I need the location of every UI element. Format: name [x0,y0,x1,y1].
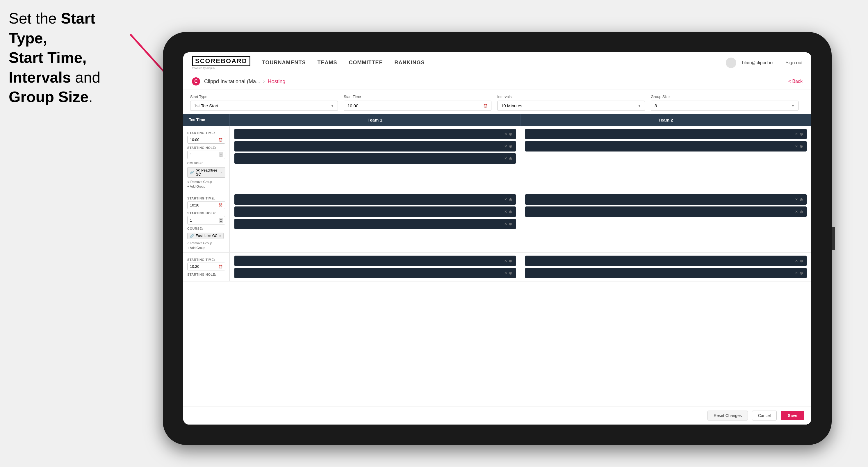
g1-t2-p2-remove[interactable]: ✕ [795,144,798,148]
g1-actions: ○ Remove Group + Add Group [187,180,225,188]
g1-add-group-btn[interactable]: + Add Group [187,185,225,188]
g2-starting-time-input[interactable]: 10:10 ⏰ [187,201,225,209]
g3-t1-p1-remove[interactable]: ✕ [504,259,507,263]
g2-hole-spinners[interactable]: ▲ ▼ [219,218,223,223]
g2-course-label: COURSE: [187,227,225,230]
group-1-left-panel: STARTING TIME: 10:00 ⏰ STARTING HOLE: 1 … [183,126,230,191]
g2-course-tag: 🔗 East Lake GC × [187,232,224,239]
g3-team1-cell: ✕ ⊕ ✕ ⊕ [230,253,521,281]
start-type-select[interactable]: 1st Tee Start ▼ [190,101,338,111]
g2-team2-player-2: ✕ ⊕ [525,207,807,217]
cancel-button[interactable]: Cancel [752,411,777,421]
sub-header: C Clippd Invitational (Ma... › Hosting <… [183,73,811,90]
g1-t1-p3-add[interactable]: ⊕ [509,156,513,161]
g1-clock-icon: ⏰ [218,138,223,142]
nav-right: blair@clippd.io | Sign out [726,58,803,68]
g2-team1-player-1: ✕ ⊕ [235,194,516,205]
g2-hole-up[interactable]: ▲ [219,218,223,220]
g1-t1-p1-remove[interactable]: ✕ [504,132,507,136]
g1-team1-player-2: ✕ ⊕ [235,141,516,152]
sign-out-link[interactable]: Sign out [785,60,803,65]
g2-starting-hole-value: 1 [190,218,192,222]
g1-team2-player-2: ✕ ⊕ [525,141,807,152]
header-tee-time: Tee Time [183,114,230,126]
hosting-breadcrumb[interactable]: Hosting [268,79,285,85]
g1-team1-player-3: ✕ ⊕ [235,153,516,164]
instruction-period: . [88,88,92,105]
tournament-breadcrumb[interactable]: Clippd Invitational (Ma... [204,79,260,85]
g3-t2-p1-remove[interactable]: ✕ [795,259,798,263]
g2-t2-p2-remove[interactable]: ✕ [795,210,798,214]
g3-starting-time-label: STARTING TIME: [187,258,225,261]
instruction-line1: Set the Start Type, [9,10,95,46]
g3-t1-p2-add[interactable]: ⊕ [509,271,513,275]
g2-starting-hole-input[interactable]: 1 ▲ ▼ [187,216,225,224]
g2-t2-p1-add[interactable]: ⊕ [800,197,803,202]
nav-committee[interactable]: COMMITTEE [349,58,383,67]
g1-t2-p1-add[interactable]: ⊕ [800,132,803,136]
g3-t2-p1-add[interactable]: ⊕ [800,258,803,263]
table-header: Tee Time Team 1 Team 2 [183,114,811,126]
g3-clock-icon: ⏰ [218,264,223,269]
g2-remove-group-btn[interactable]: ○ Remove Group [187,241,225,245]
nav-links: TOURNAMENTS TEAMS COMMITTEE RANKINGS [262,58,726,67]
g1-t1-p1-add[interactable]: ⊕ [509,132,513,136]
g1-team2-cell: ✕ ⊕ ✕ ⊕ [521,126,811,191]
intervals-select[interactable]: 10 Minutes ▼ [497,101,645,111]
g2-t1-p1-remove[interactable]: ✕ [504,197,507,201]
nav-tournaments[interactable]: TOURNAMENTS [262,58,306,67]
g2-t1-p3-remove[interactable]: ✕ [504,222,507,226]
g3-team2-player-1: ✕ ⊕ [525,256,807,266]
save-button[interactable]: Save [781,411,804,420]
instruction-bold4: Group Size [9,88,88,105]
g2-starting-time-label: STARTING TIME: [187,196,225,200]
user-avatar [726,58,736,68]
back-button[interactable]: < Back [788,79,803,84]
g3-t2-p2-add[interactable]: ⊕ [800,271,803,275]
g3-t1-p2-remove[interactable]: ✕ [504,271,507,275]
g1-t2-p2-add[interactable]: ⊕ [800,144,803,149]
g2-t1-p1-add[interactable]: ⊕ [509,197,513,202]
nav-rankings[interactable]: RANKINGS [395,58,425,67]
g1-course-tag: 🔗 (A) Peachtree GC × [187,167,225,178]
group-size-value: 3 [655,103,657,108]
g2-t1-p2-remove[interactable]: ✕ [504,210,507,214]
navbar: SCOREBOARD Powered by clipp.io TOURNAMEN… [183,52,811,73]
g3-t1-p1-add[interactable]: ⊕ [509,258,513,263]
g2-actions: ○ Remove Group + Add Group [187,241,225,249]
footer-bar: Reset Changes Cancel Save [183,406,811,425]
g1-remove-group-btn[interactable]: ○ Remove Group [187,180,225,184]
group-3-left-panel: STARTING TIME: 10:20 ⏰ STARTING HOLE: [183,253,230,281]
g3-starting-hole-label: STARTING HOLE: [187,273,225,276]
g2-add-group-btn[interactable]: + Add Group [187,246,225,249]
intervals-value: 10 Minutes [501,103,522,108]
g2-t2-p1-remove[interactable]: ✕ [795,197,798,201]
nav-teams[interactable]: TEAMS [317,58,337,67]
g2-course-remove[interactable]: × [219,234,221,238]
g2-t1-p3-add[interactable]: ⊕ [509,222,513,226]
g1-starting-time-value: 10:00 [190,137,199,142]
group-size-select[interactable]: 3 ▼ [651,101,799,111]
g3-starting-time-input[interactable]: 10:20 ⏰ [187,262,225,271]
reset-changes-button[interactable]: Reset Changes [708,411,748,421]
intervals-group: Intervals 10 Minutes ▼ [497,94,651,111]
intervals-chevron: ▼ [638,104,641,108]
g1-hole-down[interactable]: ▼ [219,155,223,157]
g2-t2-p2-add[interactable]: ⊕ [800,209,803,214]
g1-starting-time-input[interactable]: 10:00 ⏰ [187,136,225,144]
g3-t2-p2-remove[interactable]: ✕ [795,271,798,275]
g1-t1-p3-remove[interactable]: ✕ [504,156,507,160]
g1-t2-p1-remove[interactable]: ✕ [795,132,798,136]
g1-hole-spinners[interactable]: ▲ ▼ [219,152,223,157]
g1-t1-p2-remove[interactable]: ✕ [504,144,507,148]
g1-team2-player-1: ✕ ⊕ [525,129,807,139]
g2-hole-down[interactable]: ▼ [219,220,223,223]
g2-t1-p2-add[interactable]: ⊕ [509,209,513,214]
tablet-side-button [832,227,835,250]
g1-starting-hole-input[interactable]: 1 ▲ ▼ [187,151,225,159]
start-time-select[interactable]: 10:00 ⏰ [344,101,491,111]
g1-hole-up[interactable]: ▲ [219,152,223,155]
g1-t1-p2-add[interactable]: ⊕ [509,144,513,149]
g2-starting-time-value: 10:10 [190,203,199,207]
g1-course-remove[interactable]: × [221,171,223,174]
